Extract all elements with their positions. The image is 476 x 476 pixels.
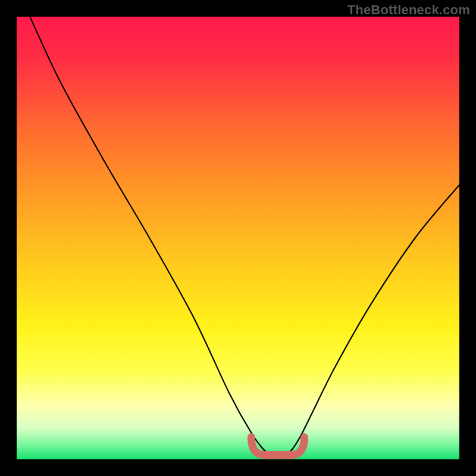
watermark-text: TheBottleneck.com [347, 2, 470, 18]
chart-frame: TheBottleneck.com [0, 0, 476, 476]
plot-area [17, 17, 459, 459]
optimal-zone-marker [251, 437, 304, 455]
curve-layer [17, 17, 459, 459]
bottleneck-curve [30, 17, 459, 455]
